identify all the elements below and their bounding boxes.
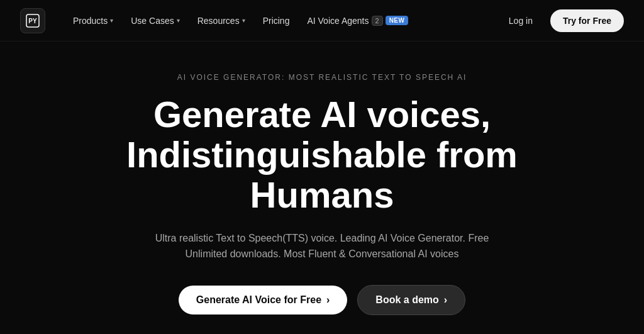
login-button[interactable]: Log in — [501, 11, 540, 31]
hero-subtitle: Ultra realistic Text to Speech(TTS) voic… — [152, 230, 492, 262]
ai-voice-agents-label: AI Voice Agents — [307, 16, 369, 26]
demo-arrow-icon: › — [444, 294, 447, 306]
products-label: Products — [73, 16, 108, 26]
pricing-label: Pricing — [263, 16, 290, 26]
nav-item-use-cases[interactable]: Use Cases ▾ — [123, 11, 187, 31]
ai-voice-agents-badge: 2 NEW — [372, 16, 409, 26]
use-cases-label: Use Cases — [131, 16, 174, 26]
generate-arrow-icon: › — [326, 294, 330, 306]
book-demo-label: Book a demo — [375, 294, 438, 306]
book-demo-button[interactable]: Book a demo › — [357, 285, 465, 315]
resources-chevron-icon: ▾ — [242, 17, 245, 24]
nav-item-pricing[interactable]: Pricing — [255, 11, 297, 31]
navbar: PY Products ▾ Use Cases ▾ Resources ▾ Pr… — [0, 0, 644, 42]
badge-number: 2 — [372, 16, 383, 26]
svg-text:PY: PY — [28, 18, 37, 25]
logo[interactable]: PY — [20, 8, 45, 33]
nav-right: Log in Try for Free — [501, 9, 624, 32]
nav-left: PY Products ▾ Use Cases ▾ Resources ▾ Pr… — [20, 8, 416, 33]
try-free-button[interactable]: Try for Free — [550, 9, 624, 32]
hero-section: AI VOICE GENERATOR: MOST REALISTIC TEXT … — [0, 42, 644, 334]
generate-voice-label: Generate AI Voice for Free — [196, 294, 321, 306]
hero-title: Generate AI voices, Indistinguishable fr… — [77, 94, 567, 214]
nav-item-resources[interactable]: Resources ▾ — [190, 11, 253, 31]
nav-links: Products ▾ Use Cases ▾ Resources ▾ Prici… — [65, 11, 416, 31]
generate-voice-button[interactable]: Generate AI Voice for Free › — [179, 286, 348, 315]
badge-new: NEW — [386, 16, 409, 25]
nav-item-ai-voice-agents[interactable]: AI Voice Agents 2 NEW — [299, 11, 416, 31]
use-cases-chevron-icon: ▾ — [177, 17, 180, 24]
resources-label: Resources — [197, 16, 240, 26]
hero-buttons: Generate AI Voice for Free › Book a demo… — [179, 285, 465, 315]
hero-label: AI VOICE GENERATOR: MOST REALISTIC TEXT … — [177, 73, 467, 82]
nav-item-products[interactable]: Products ▾ — [65, 11, 121, 31]
products-chevron-icon: ▾ — [110, 17, 113, 24]
